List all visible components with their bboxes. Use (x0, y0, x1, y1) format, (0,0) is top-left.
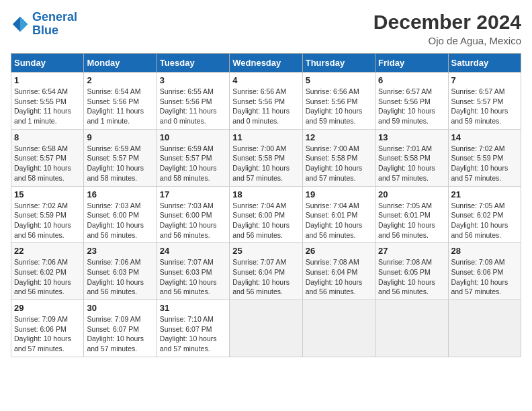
day-number: 1 (14, 75, 81, 85)
svg-marker-1 (20, 17, 28, 32)
day-info: Sunrise: 6:57 AM Sunset: 5:56 PM Dayligh… (378, 87, 445, 126)
day-number: 28 (451, 246, 518, 256)
calendar-cell: 26Sunrise: 7:08 AM Sunset: 6:04 PM Dayli… (302, 243, 375, 300)
day-number: 8 (14, 132, 81, 142)
day-info: Sunrise: 7:08 AM Sunset: 6:05 PM Dayligh… (378, 257, 445, 297)
calendar-cell: 17Sunrise: 7:03 AM Sunset: 6:00 PM Dayli… (157, 186, 229, 243)
day-number: 20 (378, 189, 445, 199)
calendar-cell (302, 300, 375, 357)
day-number: 12 (306, 132, 372, 142)
day-info: Sunrise: 7:00 AM Sunset: 5:58 PM Dayligh… (232, 144, 299, 183)
day-number: 25 (232, 246, 299, 256)
column-header-thursday: Thursday (302, 54, 375, 73)
column-header-sunday: Sunday (11, 54, 84, 73)
day-info: Sunrise: 6:55 AM Sunset: 5:56 PM Dayligh… (160, 87, 226, 126)
day-number: 13 (378, 132, 445, 142)
day-info: Sunrise: 7:02 AM Sunset: 5:59 PM Dayligh… (14, 201, 81, 240)
day-info: Sunrise: 7:03 AM Sunset: 6:00 PM Dayligh… (160, 201, 226, 240)
day-number: 16 (87, 189, 153, 199)
day-number: 9 (87, 132, 153, 142)
calendar-cell: 9Sunrise: 6:59 AM Sunset: 5:57 PM Daylig… (84, 129, 157, 186)
logo-icon (11, 15, 30, 34)
logo-blue: Blue (32, 24, 58, 37)
column-header-monday: Monday (84, 54, 157, 73)
calendar-cell: 24Sunrise: 7:07 AM Sunset: 6:03 PM Dayli… (157, 243, 229, 300)
calendar-cell: 19Sunrise: 7:04 AM Sunset: 6:01 PM Dayli… (302, 186, 375, 243)
day-info: Sunrise: 6:57 AM Sunset: 5:57 PM Dayligh… (451, 87, 518, 126)
day-info: Sunrise: 7:10 AM Sunset: 6:07 PM Dayligh… (160, 314, 226, 354)
calendar-cell: 13Sunrise: 7:01 AM Sunset: 5:58 PM Dayli… (375, 129, 448, 186)
calendar-cell: 29Sunrise: 7:09 AM Sunset: 6:06 PM Dayli… (11, 300, 84, 357)
calendar-week-row: 1Sunrise: 6:54 AM Sunset: 5:55 PM Daylig… (11, 73, 521, 130)
calendar-cell: 23Sunrise: 7:06 AM Sunset: 6:03 PM Dayli… (84, 243, 157, 300)
day-info: Sunrise: 6:59 AM Sunset: 5:57 PM Dayligh… (160, 144, 226, 183)
day-info: Sunrise: 7:08 AM Sunset: 6:04 PM Dayligh… (306, 257, 372, 297)
calendar-cell: 2Sunrise: 6:54 AM Sunset: 5:56 PM Daylig… (84, 73, 157, 130)
day-number: 11 (232, 132, 299, 142)
day-info: Sunrise: 7:09 AM Sunset: 6:06 PM Dayligh… (14, 314, 81, 354)
day-info: Sunrise: 7:04 AM Sunset: 6:01 PM Dayligh… (306, 201, 372, 240)
calendar-cell: 22Sunrise: 7:06 AM Sunset: 6:02 PM Dayli… (11, 243, 84, 300)
page-header: General Blue December 2024 Ojo de Agua, … (11, 11, 521, 46)
calendar-cell: 31Sunrise: 7:10 AM Sunset: 6:07 PM Dayli… (157, 300, 229, 357)
day-number: 29 (14, 303, 81, 313)
calendar-cell (448, 300, 521, 357)
subtitle: Ojo de Agua, Mexico (373, 35, 521, 46)
day-info: Sunrise: 6:56 AM Sunset: 5:56 PM Dayligh… (232, 87, 299, 126)
calendar-cell (230, 300, 302, 357)
calendar-cell: 20Sunrise: 7:05 AM Sunset: 6:01 PM Dayli… (375, 186, 448, 243)
calendar-header-row: SundayMondayTuesdayWednesdayThursdayFrid… (11, 54, 521, 73)
day-info: Sunrise: 6:56 AM Sunset: 5:56 PM Dayligh… (306, 87, 372, 126)
calendar-cell: 6Sunrise: 6:57 AM Sunset: 5:56 PM Daylig… (375, 73, 448, 130)
day-number: 31 (160, 303, 226, 313)
calendar-cell: 21Sunrise: 7:05 AM Sunset: 6:02 PM Dayli… (448, 186, 521, 243)
column-header-wednesday: Wednesday (230, 54, 302, 73)
day-number: 18 (232, 189, 299, 199)
column-header-tuesday: Tuesday (157, 54, 229, 73)
calendar-cell: 30Sunrise: 7:09 AM Sunset: 6:07 PM Dayli… (84, 300, 157, 357)
day-info: Sunrise: 7:00 AM Sunset: 5:58 PM Dayligh… (306, 144, 372, 183)
day-number: 15 (14, 189, 81, 199)
day-info: Sunrise: 6:54 AM Sunset: 5:55 PM Dayligh… (14, 87, 81, 126)
day-number: 3 (160, 75, 226, 85)
day-number: 7 (451, 75, 518, 85)
day-number: 2 (87, 75, 153, 85)
day-number: 21 (451, 189, 518, 199)
day-info: Sunrise: 7:05 AM Sunset: 6:01 PM Dayligh… (378, 201, 445, 240)
day-number: 10 (160, 132, 226, 142)
title-block: December 2024 Ojo de Agua, Mexico (373, 11, 521, 46)
day-number: 30 (87, 303, 153, 313)
calendar-cell: 16Sunrise: 7:03 AM Sunset: 6:00 PM Dayli… (84, 186, 157, 243)
day-info: Sunrise: 7:07 AM Sunset: 6:03 PM Dayligh… (160, 257, 226, 297)
column-header-friday: Friday (375, 54, 448, 73)
day-info: Sunrise: 7:09 AM Sunset: 6:07 PM Dayligh… (87, 314, 153, 354)
day-number: 5 (306, 75, 372, 85)
calendar-cell: 28Sunrise: 7:09 AM Sunset: 6:06 PM Dayli… (448, 243, 521, 300)
day-number: 14 (451, 132, 518, 142)
main-title: December 2024 (373, 11, 521, 34)
day-number: 27 (378, 246, 445, 256)
calendar-week-row: 22Sunrise: 7:06 AM Sunset: 6:02 PM Dayli… (11, 243, 521, 300)
calendar-cell: 11Sunrise: 7:00 AM Sunset: 5:58 PM Dayli… (230, 129, 302, 186)
calendar-cell: 7Sunrise: 6:57 AM Sunset: 5:57 PM Daylig… (448, 73, 521, 130)
day-info: Sunrise: 7:06 AM Sunset: 6:03 PM Dayligh… (87, 257, 153, 297)
day-number: 17 (160, 189, 226, 199)
calendar-cell: 10Sunrise: 6:59 AM Sunset: 5:57 PM Dayli… (157, 129, 229, 186)
day-info: Sunrise: 7:05 AM Sunset: 6:02 PM Dayligh… (451, 201, 518, 240)
day-info: Sunrise: 7:09 AM Sunset: 6:06 PM Dayligh… (451, 257, 518, 297)
calendar-cell: 25Sunrise: 7:07 AM Sunset: 6:04 PM Dayli… (230, 243, 302, 300)
day-info: Sunrise: 6:54 AM Sunset: 5:56 PM Dayligh… (87, 87, 153, 126)
calendar-cell: 1Sunrise: 6:54 AM Sunset: 5:55 PM Daylig… (11, 73, 84, 130)
calendar-cell: 8Sunrise: 6:58 AM Sunset: 5:57 PM Daylig… (11, 129, 84, 186)
day-number: 24 (160, 246, 226, 256)
calendar-cell: 3Sunrise: 6:55 AM Sunset: 5:56 PM Daylig… (157, 73, 229, 130)
calendar-week-row: 29Sunrise: 7:09 AM Sunset: 6:06 PM Dayli… (11, 300, 521, 357)
logo-general: General (32, 10, 77, 24)
day-info: Sunrise: 7:01 AM Sunset: 5:58 PM Dayligh… (378, 144, 445, 183)
day-number: 23 (87, 246, 153, 256)
calendar-week-row: 8Sunrise: 6:58 AM Sunset: 5:57 PM Daylig… (11, 129, 521, 186)
day-info: Sunrise: 7:06 AM Sunset: 6:02 PM Dayligh… (14, 257, 81, 297)
day-info: Sunrise: 6:58 AM Sunset: 5:57 PM Dayligh… (14, 144, 81, 183)
calendar-cell: 27Sunrise: 7:08 AM Sunset: 6:05 PM Dayli… (375, 243, 448, 300)
day-info: Sunrise: 7:03 AM Sunset: 6:00 PM Dayligh… (87, 201, 153, 240)
